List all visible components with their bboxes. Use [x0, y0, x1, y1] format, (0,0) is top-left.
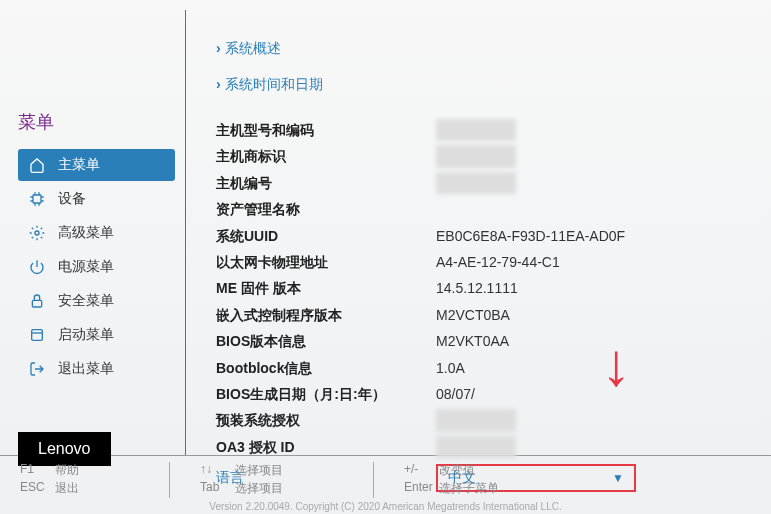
info-label: 系统UUID — [216, 225, 436, 247]
info-label: 预装系统授权 — [216, 409, 436, 431]
info-value: 1.0A — [436, 357, 465, 379]
sidebar-item-label: 设备 — [58, 190, 86, 208]
footer-label: 选择子菜单 — [439, 480, 499, 497]
info-value: 08/07/ — [436, 383, 475, 405]
info-value — [436, 436, 516, 458]
info-row: 以太网卡物理地址A4-AE-12-79-44-C1 — [216, 251, 731, 273]
info-label: ME 固件 版本 — [216, 277, 436, 299]
footer-key: Enter — [404, 480, 439, 497]
info-label: 嵌入式控制程序版本 — [216, 304, 436, 326]
main-content: 系统概述 系统时间和日期 主机型号和编码 主机商标识 主机编号 资产管理名称 系… — [186, 10, 771, 455]
lenovo-logo: Lenovo — [18, 432, 111, 466]
info-row: 主机商标识 — [216, 145, 731, 167]
footer-label: 选择项目 — [235, 462, 283, 479]
sidebar: 菜单 主菜单 设备 高级菜单 电源菜单 安全菜单 启动菜单 退出菜单 — [0, 10, 175, 455]
info-value: M2VKT0AA — [436, 330, 509, 352]
info-row: 主机编号 — [216, 172, 731, 194]
gear-icon — [28, 224, 46, 242]
chip-icon — [28, 190, 46, 208]
sidebar-item-label: 主菜单 — [58, 156, 100, 174]
svg-rect-3 — [32, 330, 43, 341]
info-value: EB0C6E8A-F93D-11EA-AD0F — [436, 225, 625, 247]
info-row: Bootblock信息1.0A — [216, 357, 731, 379]
info-row: BIOS版本信息M2VKT0AA — [216, 330, 731, 352]
info-value — [436, 409, 516, 431]
footer-key: ESC — [20, 480, 55, 497]
info-label: 主机型号和编码 — [216, 119, 436, 141]
footer-label: 改变值 — [439, 462, 475, 479]
info-value — [436, 145, 516, 167]
svg-rect-2 — [32, 300, 41, 307]
sidebar-item-label: 电源菜单 — [58, 258, 114, 276]
sidebar-item-main[interactable]: 主菜单 — [18, 149, 175, 181]
info-label: 主机商标识 — [216, 145, 436, 167]
footer-divider — [373, 462, 374, 498]
footer-key: F1 — [20, 462, 55, 479]
footer-key: Tab — [200, 480, 235, 497]
sidebar-item-label: 安全菜单 — [58, 292, 114, 310]
sidebar-item-label: 高级菜单 — [58, 224, 114, 242]
svg-rect-0 — [33, 195, 41, 203]
info-value — [436, 119, 516, 141]
footer-label: 选择项目 — [235, 480, 283, 497]
sidebar-item-label: 退出菜单 — [58, 360, 114, 378]
footer-divider — [169, 462, 170, 498]
info-row: ME 固件 版本14.5.12.1111 — [216, 277, 731, 299]
lock-icon — [28, 292, 46, 310]
info-row: OA3 授权 ID — [216, 436, 731, 458]
boot-icon — [28, 326, 46, 344]
info-row: 主机型号和编码 — [216, 119, 731, 141]
svg-point-1 — [35, 231, 39, 235]
info-label: Bootblock信息 — [216, 357, 436, 379]
sidebar-item-security[interactable]: 安全菜单 — [18, 285, 175, 317]
info-row: 预装系统授权 — [216, 409, 731, 431]
info-label: 主机编号 — [216, 172, 436, 194]
nav-system-overview[interactable]: 系统概述 — [216, 40, 731, 58]
exit-icon — [28, 360, 46, 378]
info-value: A4-AE-12-79-44-C1 — [436, 251, 560, 273]
footer-label: 退出 — [55, 480, 79, 497]
info-label: BIOS版本信息 — [216, 330, 436, 352]
info-section: 主机型号和编码 主机商标识 主机编号 资产管理名称 系统UUIDEB0C6E8A… — [216, 119, 731, 492]
info-label: 以太网卡物理地址 — [216, 251, 436, 273]
sidebar-item-startup[interactable]: 启动菜单 — [18, 319, 175, 351]
menu-title: 菜单 — [18, 110, 175, 134]
sidebar-item-label: 启动菜单 — [58, 326, 114, 344]
info-label: BIOS生成日期（月:日:年） — [216, 383, 436, 405]
info-row: 嵌入式控制程序版本M2VCT0BA — [216, 304, 731, 326]
power-icon — [28, 258, 46, 276]
footer-label: 帮助 — [55, 462, 79, 479]
info-label: 资产管理名称 — [216, 198, 436, 220]
nav-system-datetime[interactable]: 系统时间和日期 — [216, 76, 731, 94]
footer-key: +/- — [404, 462, 439, 479]
sidebar-item-power[interactable]: 电源菜单 — [18, 251, 175, 283]
info-label: OA3 授权 ID — [216, 436, 436, 458]
sidebar-item-advanced[interactable]: 高级菜单 — [18, 217, 175, 249]
chevron-down-icon: ▼ — [612, 471, 624, 485]
info-value: M2VCT0BA — [436, 304, 510, 326]
copyright: Version 2.20.0049. Copyright (C) 2020 Am… — [0, 501, 771, 512]
info-value: 14.5.12.1111 — [436, 277, 518, 299]
info-row: BIOS生成日期（月:日:年）08/07/ — [216, 383, 731, 405]
home-icon — [28, 156, 46, 174]
sidebar-item-exit[interactable]: 退出菜单 — [18, 353, 175, 385]
info-row: 资产管理名称 — [216, 198, 731, 220]
footer-key: ↑↓ — [200, 462, 235, 479]
sidebar-item-devices[interactable]: 设备 — [18, 183, 175, 215]
info-row: 系统UUIDEB0C6E8A-F93D-11EA-AD0F — [216, 225, 731, 247]
info-value — [436, 172, 516, 194]
